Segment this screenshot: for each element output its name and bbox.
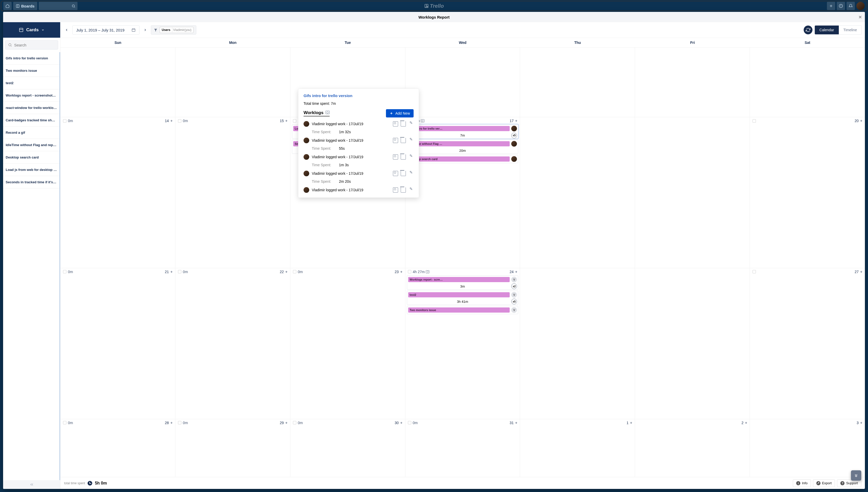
- svg-line-3: [74, 7, 75, 7]
- global-search[interactable]: [39, 2, 77, 10]
- svg-rect-6: [427, 5, 428, 6]
- home-button[interactable]: [3, 2, 11, 10]
- notifications-button[interactable]: [847, 2, 855, 10]
- svg-rect-5: [425, 5, 426, 7]
- user-avatar[interactable]: [857, 2, 865, 10]
- global-header: Boards Trello: [1, 1, 867, 11]
- info-button[interactable]: [837, 2, 845, 10]
- boards-button[interactable]: Boards: [13, 2, 37, 10]
- svg-point-2: [72, 5, 74, 7]
- trello-logo: Trello: [424, 3, 444, 9]
- svg-point-11: [841, 5, 841, 5]
- add-button[interactable]: [827, 2, 835, 10]
